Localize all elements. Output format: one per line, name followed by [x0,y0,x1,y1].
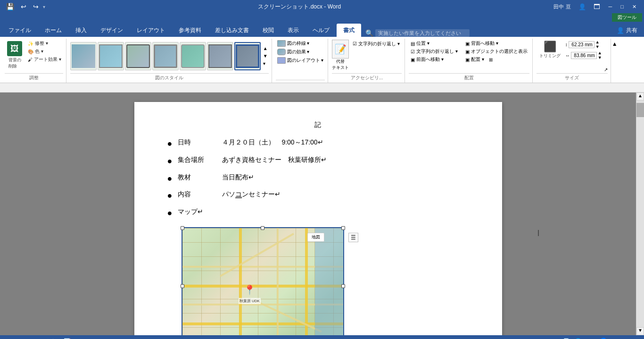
trim-button[interactable]: ⬛ トリミング [537,40,563,60]
group-button[interactable]: ⊞ [487,56,495,63]
share-button[interactable]: 👤 共有 [610,24,644,37]
list-item-date: ● 日時 ４月２０日（土） 9:00～17:00↵ [167,137,469,151]
handle-tc[interactable] [261,226,264,230]
wrap-text-button[interactable]: ☑ 文字列の折り返し ▾ [409,48,460,55]
bring-front-icon: ▣ [411,57,415,62]
scroll-up-button[interactable]: ▲ [636,93,644,101]
search-input[interactable] [375,29,470,37]
bg-remove-icon: 🖼 [7,41,22,56]
style-thumb-3[interactable] [125,42,151,70]
tab-home[interactable]: ホーム [38,24,68,37]
redo-icon[interactable]: ↪ [31,2,41,11]
ribbon-group-arrange: ▤ 位置 ▾ ☑ 文字列の折り返し ▾ ▣ 前面へ移動 ▾ ▣ [406,39,533,83]
color-icon: 🎨 [28,49,33,54]
save-icon[interactable]: 💾 [4,2,17,11]
title-bar-center: スクリーンショット.docx - Word [45,3,553,11]
maximize-button[interactable]: □ [617,3,627,10]
bullet-dot-1: ● [167,137,173,151]
style-thumb-5[interactable] [180,42,206,70]
select-pane-button[interactable]: ▣ オブジェクトの選択と表示 [463,48,529,55]
style-thumb-2[interactable] [98,42,124,70]
style-gallery [70,42,261,70]
map-image[interactable]: 📍 秋葉原 UDK © 2019 Microsoft 地図 ☰ [182,227,344,335]
tab-review[interactable]: 校閲 [256,24,281,37]
arrange-group-label: 配置 [409,73,529,83]
height-input[interactable] [569,41,594,48]
width-input[interactable] [571,52,597,59]
accessibility-group-label: アクセシビリ... [332,73,402,83]
send-back-icon: ▣ [465,41,470,46]
group-icon: ⊞ [489,57,493,62]
bg-remove-button[interactable]: 🖼 背景の削除 [5,40,25,71]
effect-icon [277,49,286,55]
document-canvas[interactable]: 記 ● 日時 ４月２０日（土） 9:00～17:00↵ ● 集合場所 あずき資格… [0,93,636,335]
alt-text-button[interactable]: 📝 代替テキスト [332,40,349,71]
position-icon: ▤ [411,41,415,46]
fix-button[interactable]: ✨ 修整 ▾ [26,40,63,47]
handle-ml[interactable] [181,284,184,288]
size-dialog-launcher[interactable]: ↗ [604,67,608,72]
style-thumb-6[interactable] [207,42,233,70]
handle-tl[interactable] [181,226,184,230]
tab-layout[interactable]: レイアウト [130,24,172,37]
map-search-box[interactable]: 地図 [307,233,324,242]
tab-references[interactable]: 参考資料 [172,24,208,37]
scroll-thumb[interactable] [636,103,644,117]
location-value: あずき資格セミナー 秋葉研修所↵ [215,154,327,168]
minimize-button[interactable]: ─ [605,3,616,10]
tab-help[interactable]: ヘルプ [306,24,336,37]
tab-format[interactable]: 書式 [337,24,361,37]
scroll-down-button[interactable]: ▼ [636,327,644,335]
gallery-more-arrow[interactable]: ▾ [262,60,269,67]
handle-mr[interactable] [341,284,345,288]
acc-options: ☑ 文字列の折り返し ▾ [351,40,402,48]
text-wrap-button[interactable]: ☑ 文字列の折り返し ▾ [351,40,402,48]
tab-insert[interactable]: 挿入 [69,24,93,37]
alt-text-icon: 📝 [332,40,349,59]
color-button[interactable]: 🎨 色 ▾ [26,48,63,55]
window-icon[interactable]: 👤 [576,2,589,11]
close-button[interactable]: ✕ [628,3,640,11]
materials-value: 当日配布↵ [215,172,254,186]
style-thumb-7[interactable] [234,42,261,70]
width-spin-up[interactable]: ▲▼ [598,51,602,60]
bring-front-button[interactable]: ▣ 前面へ移動 ▾ [409,56,460,63]
adjust-group-label: 調整 [5,73,63,83]
date-value: ４月２０日（土） 9:00～17:00↵ [215,137,323,151]
style-thumb-4[interactable] [152,42,179,70]
align-button[interactable]: ▣ 配置 ▾ [463,56,486,63]
ribbon-collapse-button[interactable]: ▲ [612,39,618,83]
tab-view[interactable]: 表示 [281,24,305,37]
status-bar: 1/2 ページ 130 文字 📝 英語 (米国) 📖 📄 🌐 100% [0,335,644,339]
style-thumb-1[interactable] [70,42,97,70]
bullet-dot-3: ● [167,172,173,186]
gallery-down-arrow[interactable]: ▼ [262,52,269,59]
tab-mailings[interactable]: 差し込み文書 [208,24,256,37]
window-btn-1[interactable]: 🗖 [590,2,604,11]
art-effect-button[interactable]: 🖌 アート効果 ▾ [26,56,63,63]
ribbon-group-style: ▲ ▼ ▾ 図のスタイル [67,39,272,83]
tab-file[interactable]: ファイル [2,24,38,37]
gallery-up-arrow[interactable]: ▲ [262,45,269,52]
select-icon: ▣ [465,49,470,54]
send-back-button[interactable]: ▣ 背面へ移動 ▾ [463,40,529,47]
ribbon-context-bar: 図ツール [0,13,644,22]
position-button[interactable]: ▤ 位置 ▾ [409,40,460,47]
scroll-track[interactable] [636,101,644,327]
ribbon-group-adjust: 🖼 背景の削除 ✨ 修整 ▾ 🎨 色 ▾ 🖌 アート効果 ▾ 調整 [2,39,66,83]
pic-effects-group-label [276,80,325,83]
pic-effect-button[interactable]: 図の効果 ▾ [276,48,311,56]
tab-design[interactable]: デザイン [94,24,130,37]
undo-icon[interactable]: ↩ [18,2,29,11]
pic-layout-button[interactable]: 図のレイアウト ▾ [276,57,325,64]
height-spin-up[interactable]: ▲▼ [595,40,600,49]
size-inputs: ↕ ▲▼ ↔ ▲▼ [565,40,602,60]
layout-button[interactable]: ☰ [348,233,358,242]
trim-icon: ⬛ [544,41,556,53]
handle-tr[interactable] [341,226,345,230]
title-bar-right: 田中 亘 👤 🗖 ─ □ ✕ [553,2,640,11]
vertical-scrollbar[interactable]: ▲ ▼ [636,93,644,335]
layout-icon [277,57,286,64]
pic-border-button[interactable]: 図の枠線 ▾ [276,40,311,47]
ribbon-tabs: ファイル ホーム 挿入 デザイン レイアウト 参考資料 差し込み文書 校閲 表示… [0,22,644,37]
